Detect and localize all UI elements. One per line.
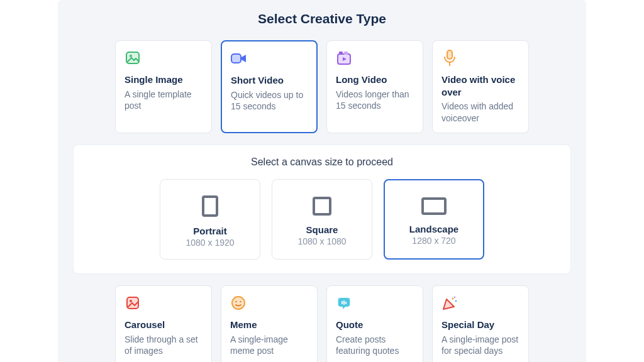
canvas-title-label: Portrait	[193, 226, 226, 236]
carousel-icon	[125, 295, 141, 311]
creative-type-row: Single Image A single template post Shor…	[58, 40, 586, 145]
card-desc: A single template post	[125, 89, 203, 112]
creative-type-carousel[interactable]: Carousel Slide through a set of images	[115, 285, 212, 362]
svg-point-20	[455, 300, 457, 302]
svg-marker-15	[343, 307, 345, 309]
canvas-option-portrait[interactable]: Portrait 1080 x 1920	[160, 179, 260, 260]
portrait-shape-icon	[202, 195, 218, 217]
creative-type-meme[interactable]: Meme A single-image meme post	[221, 285, 318, 362]
svg-rect-21	[454, 297, 456, 299]
card-title: Video with voice over	[441, 74, 519, 98]
smiley-icon	[230, 295, 247, 311]
creative-type-special-day[interactable]: Special Day A single-image post for spec…	[432, 285, 529, 362]
card-title: Special Day	[441, 319, 519, 331]
canvas-size-title: Select a canvas size to proceed	[85, 156, 559, 168]
card-desc: Quick videos up to 15 seconds	[231, 89, 308, 113]
card-title: Single Image	[125, 74, 203, 86]
card-title: Long Video	[336, 74, 414, 86]
svg-point-10	[130, 300, 132, 302]
card-desc: A single-image meme post	[230, 334, 308, 358]
canvas-title-label: Landscape	[409, 224, 458, 234]
svg-point-12	[235, 301, 236, 302]
canvas-dims-label: 1080 x 1080	[297, 236, 346, 246]
svg-rect-7	[447, 50, 452, 59]
page-outer: Select Creative Type Single Image A sing…	[0, 0, 644, 362]
svg-rect-2	[231, 54, 241, 63]
canvas-size-row: Portrait 1080 x 1920 Square 1080 x 1080 …	[85, 179, 559, 260]
card-desc: Slide through a set of images	[125, 334, 203, 358]
svg-rect-4	[339, 52, 343, 55]
card-desc: A single-image post for special days	[441, 334, 519, 358]
canvas-dims-label: 1080 x 1920	[186, 238, 234, 248]
svg-point-1	[130, 55, 132, 57]
svg-rect-5	[344, 52, 348, 55]
creative-type-short-video[interactable]: Short Video Quick videos up to 15 second…	[221, 40, 318, 133]
svg-rect-16	[341, 301, 343, 304]
card-title: Meme	[230, 319, 308, 331]
quote-icon	[336, 295, 352, 311]
page-title: Select Creative Type	[58, 0, 586, 40]
card-desc: Videos with added voiceover	[441, 101, 519, 124]
card-desc: Videos longer than 15 seconds	[336, 89, 414, 112]
svg-point-11	[232, 297, 245, 309]
confetti-icon	[441, 295, 458, 311]
card-desc: Create posts featuring quotes	[336, 334, 414, 358]
card-title: Quote	[336, 319, 414, 331]
creative-type-video-voice-over[interactable]: Video with voice over Videos with added …	[432, 40, 529, 133]
image-icon	[125, 50, 141, 66]
card-title: Short Video	[231, 74, 308, 87]
creative-type-long-video[interactable]: Long Video Videos longer than 15 seconds	[326, 40, 423, 133]
short-video-icon	[231, 50, 247, 67]
canvas-title-label: Square	[306, 224, 338, 235]
canvas-size-panel: Select a canvas size to proceed Portrait…	[73, 145, 571, 274]
canvas-dims-label: 1280 x 720	[412, 236, 455, 246]
canvas-option-square[interactable]: Square 1080 x 1080	[272, 179, 372, 260]
card-title: Carousel	[125, 319, 203, 331]
creative-type-single-image[interactable]: Single Image A single template post	[115, 40, 212, 133]
svg-point-13	[240, 301, 241, 302]
landscape-shape-icon	[421, 197, 447, 215]
canvas-option-landscape[interactable]: Landscape 1280 x 720	[384, 179, 484, 260]
long-video-icon	[336, 50, 352, 66]
creative-type-quote[interactable]: Quote Create posts featuring quotes	[326, 285, 423, 362]
svg-rect-17	[343, 300, 345, 305]
square-shape-icon	[313, 197, 331, 216]
creative-type-panel: Select Creative Type Single Image A sing…	[58, 0, 586, 362]
more-creative-type-row: Carousel Slide through a set of images M…	[58, 285, 586, 362]
svg-point-19	[452, 298, 454, 300]
microphone-icon	[441, 50, 458, 66]
svg-rect-18	[345, 302, 347, 304]
